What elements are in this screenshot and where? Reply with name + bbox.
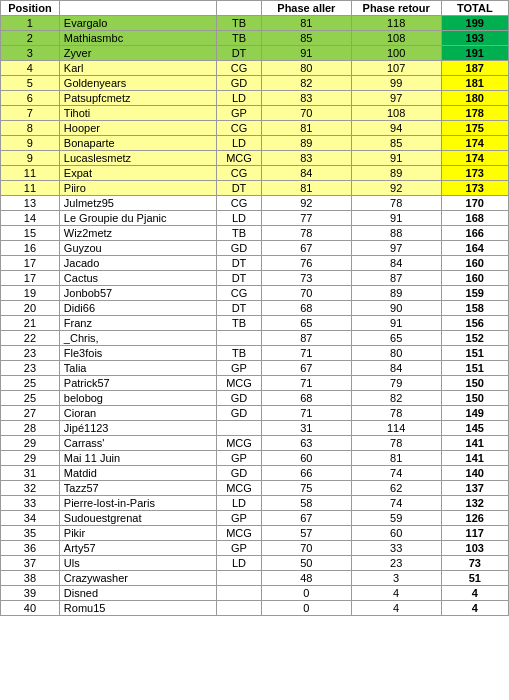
cell-name: Cioran — [59, 406, 216, 421]
cell-aller: 58 — [261, 496, 351, 511]
cell-name: Disned — [59, 586, 216, 601]
cell-total: 51 — [441, 571, 508, 586]
cell-aller: 92 — [261, 196, 351, 211]
cell-aller: 73 — [261, 271, 351, 286]
cell-aller: 63 — [261, 436, 351, 451]
cell-position: 20 — [1, 301, 60, 316]
cell-total: 126 — [441, 511, 508, 526]
rankings-table: Position Phase aller Phase retour TOTAL … — [0, 0, 509, 616]
cell-aller: 83 — [261, 151, 351, 166]
cell-position: 9 — [1, 151, 60, 166]
cell-retour: 59 — [351, 511, 441, 526]
cell-retour: 85 — [351, 136, 441, 151]
table-row: 11 Piiro DT 81 92 173 — [1, 181, 509, 196]
table-row: 33 Pierre-lost-in-Paris LD 58 74 132 — [1, 496, 509, 511]
cell-badge: GD — [217, 466, 262, 481]
cell-badge: LD — [217, 556, 262, 571]
cell-total: 4 — [441, 586, 508, 601]
cell-aller: 65 — [261, 316, 351, 331]
cell-retour: 114 — [351, 421, 441, 436]
cell-aller: 77 — [261, 211, 351, 226]
cell-position: 16 — [1, 241, 60, 256]
cell-badge: GD — [217, 406, 262, 421]
cell-aller: 67 — [261, 241, 351, 256]
cell-retour: 78 — [351, 406, 441, 421]
cell-total: 199 — [441, 16, 508, 31]
header-total: TOTAL — [441, 1, 508, 16]
cell-total: 150 — [441, 376, 508, 391]
table-row: 15 Wiz2metz TB 78 88 166 — [1, 226, 509, 241]
cell-name: Julmetz95 — [59, 196, 216, 211]
cell-total: 152 — [441, 331, 508, 346]
cell-position: 28 — [1, 421, 60, 436]
cell-badge: MCG — [217, 526, 262, 541]
cell-aller: 0 — [261, 586, 351, 601]
cell-name: Franz — [59, 316, 216, 331]
table-row: 37 Uls LD 50 23 73 — [1, 556, 509, 571]
header-badge — [217, 1, 262, 16]
cell-total: 73 — [441, 556, 508, 571]
cell-position: 27 — [1, 406, 60, 421]
cell-retour: 99 — [351, 76, 441, 91]
cell-name: Arty57 — [59, 541, 216, 556]
cell-total: 191 — [441, 46, 508, 61]
cell-badge: DT — [217, 271, 262, 286]
table-row: 9 Bonaparte LD 89 85 174 — [1, 136, 509, 151]
cell-name: Sudouestgrenat — [59, 511, 216, 526]
header-name — [59, 1, 216, 16]
cell-total: 160 — [441, 256, 508, 271]
cell-total: 156 — [441, 316, 508, 331]
table-row: 29 Mai 11 Juin GP 60 81 141 — [1, 451, 509, 466]
cell-badge: LD — [217, 496, 262, 511]
cell-position: 23 — [1, 361, 60, 376]
table-row: 2 Mathiasmbc TB 85 108 193 — [1, 31, 509, 46]
cell-aller: 85 — [261, 31, 351, 46]
cell-retour: 79 — [351, 376, 441, 391]
cell-aller: 71 — [261, 346, 351, 361]
table-row: 21 Franz TB 65 91 156 — [1, 316, 509, 331]
cell-aller: 48 — [261, 571, 351, 586]
cell-retour: 84 — [351, 256, 441, 271]
cell-name: Matdid — [59, 466, 216, 481]
cell-total: 141 — [441, 451, 508, 466]
cell-total: 170 — [441, 196, 508, 211]
table-row: 17 Jacado DT 76 84 160 — [1, 256, 509, 271]
header-phase-retour: Phase retour — [351, 1, 441, 16]
cell-total: 151 — [441, 346, 508, 361]
cell-badge: CG — [217, 121, 262, 136]
cell-position: 25 — [1, 391, 60, 406]
cell-retour: 62 — [351, 481, 441, 496]
table-row: 34 Sudouestgrenat GP 67 59 126 — [1, 511, 509, 526]
header-phase-aller: Phase aller — [261, 1, 351, 16]
cell-badge: DT — [217, 181, 262, 196]
cell-name: Piiro — [59, 181, 216, 196]
cell-aller: 67 — [261, 361, 351, 376]
cell-position: 39 — [1, 586, 60, 601]
cell-retour: 108 — [351, 31, 441, 46]
cell-retour: 84 — [351, 361, 441, 376]
cell-name: Pikir — [59, 526, 216, 541]
table-row: 3 Zyver DT 91 100 191 — [1, 46, 509, 61]
cell-retour: 89 — [351, 286, 441, 301]
cell-retour: 74 — [351, 466, 441, 481]
cell-total: 150 — [441, 391, 508, 406]
cell-name: Uls — [59, 556, 216, 571]
cell-retour: 82 — [351, 391, 441, 406]
table-row: 39 Disned 0 4 4 — [1, 586, 509, 601]
cell-position: 11 — [1, 166, 60, 181]
cell-retour: 80 — [351, 346, 441, 361]
cell-aller: 68 — [261, 391, 351, 406]
cell-name: belobog — [59, 391, 216, 406]
cell-retour: 78 — [351, 436, 441, 451]
table-row: 17 Cactus DT 73 87 160 — [1, 271, 509, 286]
cell-badge: DT — [217, 46, 262, 61]
cell-position: 15 — [1, 226, 60, 241]
cell-badge: GD — [217, 76, 262, 91]
cell-position: 14 — [1, 211, 60, 226]
cell-name: Goldenyears — [59, 76, 216, 91]
cell-badge: CG — [217, 196, 262, 211]
table-row: 1 Evargalo TB 81 118 199 — [1, 16, 509, 31]
cell-badge: MCG — [217, 481, 262, 496]
cell-badge: GP — [217, 541, 262, 556]
cell-position: 2 — [1, 31, 60, 46]
